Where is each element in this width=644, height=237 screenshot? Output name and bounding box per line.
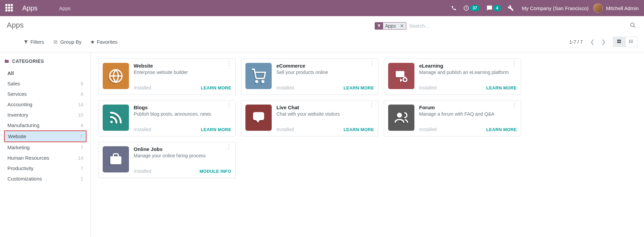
activity-icon[interactable]: 37	[463, 5, 480, 11]
app-link[interactable]: LEARN MORE	[486, 127, 517, 132]
category-customizations[interactable]: Customizations1	[4, 173, 87, 184]
page-title: Apps	[7, 21, 24, 30]
app-card-jobs[interactable]: Online JobsManage your online hiring pro…	[98, 142, 236, 178]
svg-point-1	[631, 23, 634, 27]
website-icon	[103, 63, 129, 89]
app-status: Installed	[134, 168, 151, 174]
jobs-icon	[103, 146, 129, 172]
app-link[interactable]: LEARN MORE	[344, 85, 374, 90]
kanban-grid: WebsiteEnterprise website builderInstall…	[91, 52, 644, 237]
card-menu-icon[interactable]: ⋮	[369, 62, 375, 64]
kanban-view-button[interactable]	[613, 37, 625, 47]
search-icon[interactable]	[629, 21, 637, 31]
category-marketing[interactable]: Marketing7	[4, 142, 87, 153]
category-website[interactable]: Website7	[4, 130, 87, 142]
app-link[interactable]: LEARN MORE	[201, 85, 231, 90]
app-status: Installed	[419, 85, 437, 90]
app-link[interactable]: LEARN MORE	[486, 85, 517, 90]
card-menu-icon[interactable]: ⋮	[226, 62, 232, 64]
card-menu-icon[interactable]: ⋮	[226, 146, 232, 148]
search-input[interactable]	[406, 21, 629, 31]
category-sales[interactable]: Sales9	[4, 78, 87, 89]
category-label: Human Resources	[7, 155, 49, 161]
category-productivity[interactable]: Productivity7	[4, 163, 87, 173]
pager[interactable]: 1-7 / 7	[569, 39, 583, 45]
category-count: 4	[80, 123, 83, 128]
category-accounting[interactable]: Accounting14	[4, 99, 87, 110]
groupby-button[interactable]: Group By	[53, 39, 81, 45]
category-label: Customizations	[7, 176, 42, 182]
folder-icon	[4, 59, 9, 64]
avatar[interactable]	[593, 3, 603, 13]
user-menu[interactable]: Mitchell Admin	[606, 5, 639, 11]
app-status: Installed	[276, 127, 294, 132]
tools-icon[interactable]	[508, 5, 514, 11]
app-card-livechat[interactable]: Live ChatChat with your website visitors…	[241, 100, 378, 136]
app-title: Forum	[419, 105, 517, 110]
category-label: Inventory	[7, 112, 28, 118]
app-link[interactable]: MODULE INFO	[200, 169, 231, 174]
app-status: Installed	[134, 85, 151, 90]
filters-button[interactable]: Filters	[24, 39, 44, 45]
app-title: eCommerce	[276, 63, 374, 69]
svg-rect-5	[619, 42, 621, 43]
app-desc: Chat with your website visitors	[276, 111, 374, 117]
company-selector[interactable]: My Company (San Francisco)	[522, 5, 588, 11]
facet-remove[interactable]: ✕	[398, 23, 406, 29]
star-icon: ★	[90, 39, 95, 45]
svg-point-6	[629, 40, 630, 40]
card-menu-icon[interactable]: ⋮	[369, 104, 375, 106]
category-count: 14	[78, 155, 83, 161]
app-title: Live Chat	[276, 105, 374, 110]
pager-prev[interactable]: ❮	[587, 37, 598, 47]
app-card-ecommerce[interactable]: eCommerceSell your products onlineInstal…	[241, 58, 378, 95]
app-card-website[interactable]: WebsiteEnterprise website builderInstall…	[98, 58, 236, 95]
category-label: Productivity	[7, 165, 34, 171]
category-human-resources[interactable]: Human Resources14	[4, 153, 87, 163]
svg-point-13	[403, 78, 407, 82]
list-view-button[interactable]	[625, 37, 637, 47]
apps-menu-icon[interactable]	[5, 4, 13, 12]
app-link[interactable]: LEARN MORE	[201, 127, 231, 132]
elearning-icon	[388, 63, 414, 89]
svg-rect-12	[396, 71, 405, 77]
category-all[interactable]: All	[4, 68, 87, 78]
brand-title[interactable]: Apps	[22, 4, 38, 12]
category-label: All	[7, 70, 14, 76]
svg-rect-3	[619, 40, 621, 41]
control-panel: Apps Apps ✕ Filters Group By	[0, 16, 644, 52]
phone-icon[interactable]	[451, 5, 456, 11]
card-menu-icon[interactable]: ⋮	[511, 104, 517, 106]
app-card-elearning[interactable]: eLearningManage and publish an eLearning…	[384, 58, 521, 95]
card-menu-icon[interactable]: ⋮	[511, 62, 517, 64]
category-manufacturing[interactable]: Manufacturing4	[4, 120, 87, 130]
category-label: Services	[7, 91, 27, 97]
discuss-icon[interactable]: 4	[486, 5, 501, 11]
app-link[interactable]: LEARN MORE	[344, 127, 374, 132]
favorites-button[interactable]: ★ Favorites	[90, 39, 117, 45]
svg-rect-16	[110, 156, 122, 164]
category-services[interactable]: Services4	[4, 89, 87, 99]
app-card-blogs[interactable]: BlogsPublish blog posts, announces, news…	[98, 100, 236, 136]
app-title: eLearning	[419, 63, 517, 69]
category-inventory[interactable]: Inventory10	[4, 110, 87, 120]
breadcrumb[interactable]: Apps	[59, 5, 71, 11]
app-desc: Publish blog posts, announces, news	[134, 111, 231, 117]
search-facet: Apps ✕	[375, 22, 406, 30]
category-count: 1	[80, 176, 83, 182]
ecommerce-icon	[245, 63, 272, 89]
app-card-forum[interactable]: ForumManage a forum with FAQ and Q&AInst…	[384, 100, 521, 136]
category-count: 14	[78, 102, 83, 107]
svg-point-8	[629, 42, 630, 43]
svg-rect-2	[617, 40, 619, 41]
forum-icon	[388, 105, 414, 131]
pager-next[interactable]: ❯	[598, 37, 609, 47]
blogs-icon	[103, 105, 129, 131]
app-status: Installed	[276, 85, 294, 90]
svg-point-11	[262, 81, 264, 83]
facet-label: Apps	[383, 23, 398, 29]
card-menu-icon[interactable]: ⋮	[226, 104, 232, 106]
category-count: 7	[80, 166, 83, 171]
svg-rect-4	[617, 42, 619, 43]
app-status: Installed	[419, 127, 437, 132]
